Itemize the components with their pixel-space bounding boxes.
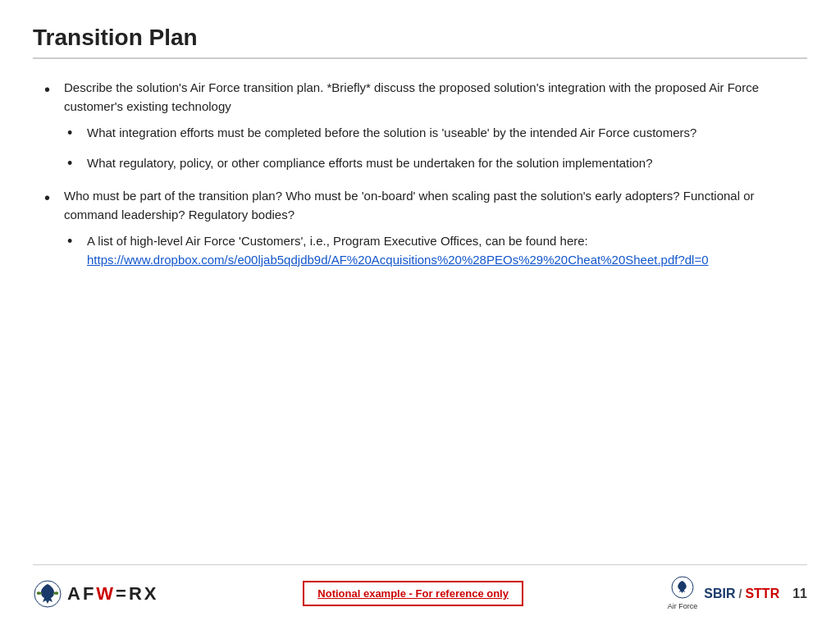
bullet-1-text: Describe the solution's Air Force transi… [64,80,759,113]
af-label: Air Force [668,576,698,611]
notional-label: Notional example - For reference only [303,581,523,606]
sub-bullet-1-1: What integration efforts must be complet… [64,124,799,143]
sub-bullet-list-1: What integration efforts must be complet… [64,124,799,172]
sbir-text: SBIR [704,587,735,601]
slash-text: / [739,587,742,600]
sub-bullet-1-1-text: What integration efforts must be complet… [87,126,696,139]
sub-bullet-1-2: What regulatory, policy, or other compli… [64,154,799,173]
sub-bullet-2-1-before-link: A list of high-level Air Force 'Customer… [87,234,588,248]
sttr-text: STTR [745,587,779,601]
slide-footer: AFW=RX Notional example - For reference … [33,564,807,614]
bullet-item-2: Who must be part of the transition plan?… [41,187,799,269]
bullet-2-text: Who must be part of the transition plan?… [64,189,755,221]
af-eagle-small [668,576,698,602]
slide-container: Transition Plan Describe the solution's … [0,0,840,630]
content-area: Describe the solution's Air Force transi… [33,79,807,556]
afwerx-wordmark: AFW=RX [67,583,159,605]
bullet-item-1: Describe the solution's Air Force transi… [41,79,799,172]
sub-bullet-2-1: A list of high-level Air Force 'Customer… [64,232,799,269]
footer-right: Air Force SBIR/STTR 11 [668,576,807,611]
slide-title: Transition Plan [33,25,807,59]
sbir-sttr-logo: SBIR/STTR [704,587,779,601]
eagle-icon [33,579,62,609]
main-bullet-list: Describe the solution's Air Force transi… [41,79,799,269]
dropbox-link-text: https://www.dropbox.com/s/e00ljab5qdjdb9… [87,253,709,267]
afwerx-logo: AFW=RX [33,579,159,609]
dropbox-link[interactable]: https://www.dropbox.com/s/e00ljab5qdjdb9… [87,253,709,267]
page-number: 11 [792,587,807,601]
sub-bullet-1-2-text: What regulatory, policy, or other compli… [87,156,653,170]
sub-bullet-list-2: A list of high-level Air Force 'Customer… [64,232,799,269]
